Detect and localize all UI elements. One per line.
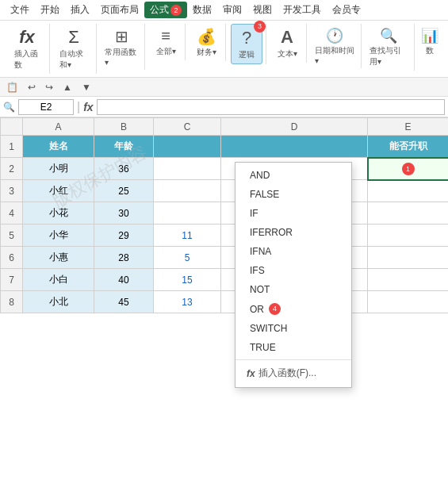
menu-developer[interactable]: 开发工具 (278, 2, 327, 18)
ribbon-group-text: A 文本▾ (268, 24, 307, 63)
dropdown-item-iferror[interactable]: IFERROR (235, 223, 351, 242)
cell-c3[interactable] (154, 180, 221, 202)
ribbon-group-financial: 💰 财务▾ (187, 24, 226, 61)
dropdown-item-ifs[interactable]: IFS (235, 261, 351, 280)
formula-input[interactable] (97, 99, 445, 115)
logical-btn[interactable]: ? 逻辑 3 (231, 24, 262, 64)
cell-b3[interactable]: 25 (94, 180, 154, 202)
cell-c6[interactable]: 5 (154, 247, 221, 269)
cell-b7[interactable]: 40 (94, 269, 154, 291)
menu-page-layout[interactable]: 页面布局 (95, 2, 144, 18)
toolbar-down-btn[interactable]: ▼ (78, 81, 94, 94)
col-header-d[interactable]: D (221, 118, 368, 136)
all-label: 全部▾ (156, 46, 176, 57)
cell-c1[interactable] (154, 136, 221, 158)
menu-review[interactable]: 审阅 (217, 2, 247, 18)
cell-a1[interactable]: 姓名 (23, 136, 94, 158)
cell-b8[interactable]: 45 (94, 291, 154, 313)
row-header-4[interactable]: 4 (1, 202, 23, 225)
text-btn[interactable]: A 文本▾ (271, 24, 303, 63)
cell-b5[interactable]: 29 (94, 225, 154, 247)
ribbon-group-insert-function: fx 插入函数 (5, 24, 50, 74)
cell-e5[interactable] (368, 225, 449, 247)
cell-e7[interactable] (368, 269, 449, 291)
cell-c4[interactable] (154, 202, 221, 225)
col-header-c[interactable]: C (154, 118, 221, 136)
cell-c7[interactable]: 15 (154, 269, 221, 291)
row-header-5[interactable]: 5 (1, 225, 23, 247)
cell-a2[interactable]: 小明 (23, 158, 94, 180)
row-header-2[interactable]: 2 (1, 158, 23, 180)
common-functions-btn[interactable]: ⊞ 常用函数▾ (101, 24, 141, 70)
row-header-1[interactable]: 1 (1, 136, 23, 158)
cell-c5[interactable]: 11 (154, 225, 221, 247)
cell-b1[interactable]: 年龄 (94, 136, 154, 158)
ribbon-group-lookup: 🔍 查找与引用▾ (363, 24, 415, 71)
menubar: 文件 开始 插入 页面布局 公式2 数据 审阅 视图 开发工具 会员专 (0, 0, 448, 21)
cell-b6[interactable]: 28 (94, 247, 154, 269)
cell-e6[interactable] (368, 247, 449, 269)
dropdown-item-not[interactable]: NOT (235, 280, 351, 299)
financial-btn[interactable]: 💰 财务▾ (190, 24, 222, 61)
cell-e2[interactable]: 1 (368, 158, 449, 180)
ribbon-group-auto-sum: Σ 自动求和▾ (52, 24, 97, 74)
toolbar-redo-btn[interactable]: ↪ (42, 81, 56, 94)
logical-icon: ? (242, 28, 251, 48)
cell-e3[interactable] (368, 180, 449, 202)
cell-name-box[interactable] (18, 99, 74, 115)
zoom-icon[interactable]: 🔍 (3, 102, 15, 113)
cell-a3[interactable]: 小红 (23, 180, 94, 202)
dropdown-item-and[interactable]: AND (235, 166, 351, 185)
menu-data[interactable]: 数据 (187, 2, 217, 18)
dropdown-item-true[interactable]: TRUE (235, 338, 351, 357)
cell-e1[interactable]: 能否升职 (368, 136, 449, 158)
menu-insert[interactable]: 插入 (65, 2, 95, 18)
cell-e4[interactable] (368, 202, 449, 225)
all-functions-btn[interactable]: ≡ 全部▾ (150, 24, 182, 60)
auto-sum-btn[interactable]: Σ 自动求和▾ (56, 24, 91, 74)
spreadsheet-container: 版权保护内容 A B C D E 1 姓名 年 (0, 117, 448, 313)
cell-c2[interactable] (154, 158, 221, 180)
dropdown-insert-function[interactable]: fx 插入函数(F)... (235, 363, 351, 384)
toolbar-up-btn[interactable]: ▲ (59, 81, 75, 94)
dropdown-item-switch[interactable]: SWITCH (235, 319, 351, 338)
table-row: 2 小明 36 1 (1, 158, 449, 180)
col-header-a[interactable]: A (23, 118, 94, 136)
dropdown-item-if[interactable]: IF (235, 204, 351, 223)
menu-formula[interactable]: 公式2 (144, 2, 187, 18)
common-icon: ⊞ (115, 27, 128, 46)
row-header-3[interactable]: 3 (1, 180, 23, 202)
table-row: 1 姓名 年龄 能否升职 (1, 136, 449, 158)
cell-a4[interactable]: 小花 (23, 202, 94, 225)
more-label: 数 (426, 45, 434, 56)
menu-view[interactable]: 视图 (247, 2, 278, 18)
dropdown-item-false[interactable]: FALSE (235, 185, 351, 204)
menu-member[interactable]: 会员专 (327, 2, 366, 18)
lookup-btn[interactable]: 🔍 查找与引用▾ (366, 24, 411, 71)
menu-home[interactable]: 开始 (35, 2, 65, 18)
cell-b4[interactable]: 30 (94, 202, 154, 225)
cell-a8[interactable]: 小北 (23, 291, 94, 313)
lookup-icon: 🔍 (380, 27, 397, 44)
col-header-b[interactable]: B (94, 118, 154, 136)
toolbar-copy-btn[interactable]: 📋 (3, 81, 21, 94)
cell-b2[interactable]: 36 (94, 158, 154, 180)
cell-c8[interactable]: 13 (154, 291, 221, 313)
dropdown-item-ifna[interactable]: IFNA (235, 242, 351, 261)
cell-a5[interactable]: 小华 (23, 225, 94, 247)
cell-d1[interactable] (221, 136, 368, 158)
col-header-e[interactable]: E (368, 118, 449, 136)
cell-a7[interactable]: 小白 (23, 269, 94, 291)
menu-file[interactable]: 文件 (5, 2, 35, 18)
insert-function-btn[interactable]: fx 插入函数 (10, 24, 44, 74)
cell-a6[interactable]: 小惠 (23, 247, 94, 269)
more-btn[interactable]: 📊 数 (418, 24, 442, 59)
row-header-7[interactable]: 7 (1, 269, 23, 291)
datetime-btn[interactable]: 🕐 日期和时间▾ (312, 24, 358, 68)
formula-bar-separator: | (77, 100, 80, 114)
toolbar-undo-btn[interactable]: ↩ (25, 81, 39, 94)
cell-e8[interactable] (368, 291, 449, 313)
row-header-6[interactable]: 6 (1, 247, 23, 269)
dropdown-item-or[interactable]: OR 4 (235, 299, 351, 319)
row-header-8[interactable]: 8 (1, 291, 23, 313)
